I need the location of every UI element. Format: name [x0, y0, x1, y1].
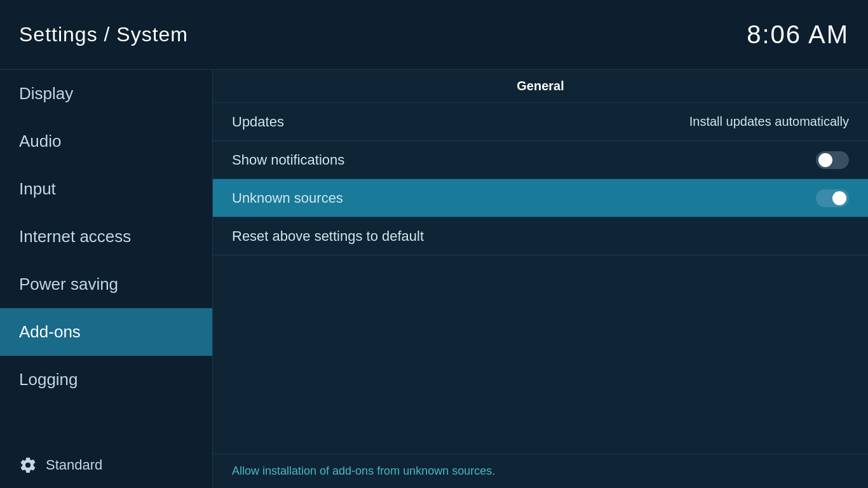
- row-label-show-notifications: Show notifications: [232, 152, 344, 168]
- clock: 8:06 AM: [747, 20, 849, 49]
- row-value-updates: Install updates automatically: [689, 114, 849, 129]
- sidebar: DisplayAudioInputInternet accessPower sa…: [0, 70, 213, 488]
- row-label-unknown-sources: Unknown sources: [232, 190, 343, 207]
- settings-row-updates[interactable]: UpdatesInstall updates automatically: [213, 103, 868, 141]
- sidebar-item-input[interactable]: Input: [0, 165, 212, 213]
- main-layout: DisplayAudioInputInternet accessPower sa…: [0, 70, 868, 488]
- sidebar-item-display[interactable]: Display: [0, 70, 212, 118]
- row-label-updates: Updates: [232, 114, 284, 130]
- sidebar-item-audio[interactable]: Audio: [0, 118, 212, 165]
- settings-row-show-notifications[interactable]: Show notifications: [213, 141, 868, 179]
- content-panel: General UpdatesInstall updates automatic…: [213, 70, 868, 488]
- top-bar: Settings / System 8:06 AM: [0, 0, 868, 70]
- sidebar-footer: Standard: [0, 442, 212, 488]
- sidebar-item-add-ons[interactable]: Add-ons: [0, 308, 212, 356]
- toggle-knob-unknown-sources: [832, 191, 846, 205]
- sidebar-items: DisplayAudioInputInternet accessPower sa…: [0, 70, 212, 403]
- toggle-knob-show-notifications: [818, 153, 832, 167]
- toggle-unknown-sources[interactable]: [816, 189, 849, 207]
- toggle-show-notifications[interactable]: [816, 151, 849, 169]
- row-label-reset-above: Reset above settings to default: [232, 228, 424, 245]
- sidebar-item-internet-access[interactable]: Internet access: [0, 213, 212, 261]
- sidebar-level-label: Standard: [46, 457, 102, 473]
- settings-rows: UpdatesInstall updates automaticallyShow…: [213, 103, 868, 255]
- gear-icon: [19, 456, 37, 474]
- settings-row-unknown-sources[interactable]: Unknown sources: [213, 179, 868, 217]
- sidebar-item-power-saving[interactable]: Power saving: [0, 261, 212, 308]
- sidebar-item-logging[interactable]: Logging: [0, 356, 212, 403]
- content-footer-description: Allow installation of add-ons from unkno…: [213, 454, 868, 488]
- page-title: Settings / System: [19, 23, 188, 46]
- settings-row-reset-above[interactable]: Reset above settings to default: [213, 217, 868, 255]
- section-header: General: [213, 70, 868, 103]
